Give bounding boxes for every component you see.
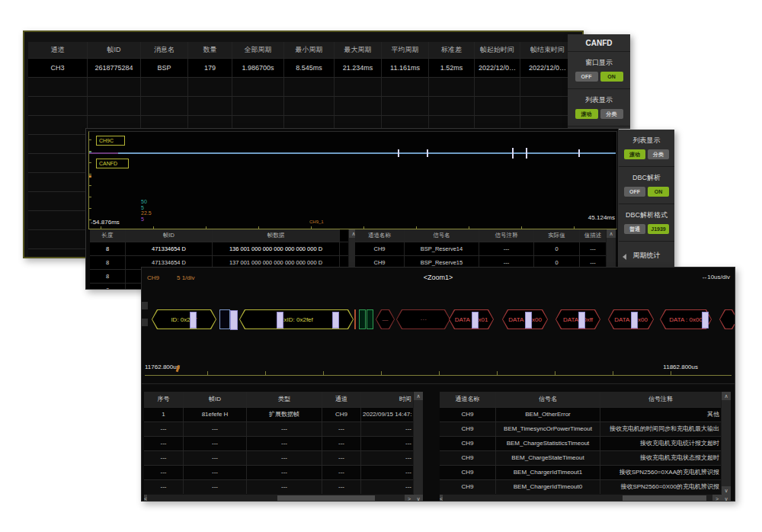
table-row[interactable]: 181efefe H扩展数据帧CH92022/09/15 14:47:	[144, 408, 423, 422]
segment-label: ⋯	[396, 309, 450, 329]
zoom-axis-tick	[323, 371, 324, 375]
table-row[interactable]: CH9BEM_ChargerIdTimeout0接收SPN2560=0X00的充…	[440, 480, 731, 495]
axis-tick	[89, 185, 91, 186]
table-cell: 471334654 D	[126, 242, 213, 255]
zoom-axis-tick	[439, 371, 440, 375]
table-cell: CH9	[440, 480, 496, 494]
zoom-axis-tick	[671, 371, 671, 375]
scroll-right-arrow[interactable]: >	[405, 495, 414, 502]
horizontal-scrollbar[interactable]: <>	[144, 494, 414, 502]
list-display-scroll-button[interactable]: 滚动	[575, 109, 598, 119]
dbc-format-j1939-button[interactable]: J1939	[648, 224, 669, 234]
table-cell: 2618775284	[88, 59, 141, 77]
table-row[interactable]: CH9BSP_Reserve14---0---	[355, 242, 616, 256]
waveform-canvas[interactable]: CH9C CANFD 50522.55 -54.876ms 45.124ms C…	[88, 131, 617, 229]
scroll-down-arrow[interactable]: ∨	[722, 486, 731, 495]
period-statistics-item[interactable]: 周期统计	[619, 242, 674, 270]
table-row[interactable]: ---------------	[144, 466, 423, 480]
axis-tick	[89, 220, 91, 220]
table-row[interactable]: 8471334654 D136 001 000 000 000 000 000 …	[90, 242, 349, 256]
dbc-parse-on-button[interactable]: ON	[648, 187, 669, 197]
scroll-right-arrow[interactable]: >	[712, 495, 722, 502]
time-end-label: 45.124ms	[588, 214, 615, 221]
zoom-axis-tick	[207, 371, 208, 375]
table-cell: 8	[90, 242, 126, 255]
table-row[interactable]	[28, 97, 580, 116]
table-cell	[28, 135, 88, 153]
table-cell: BEM_ChargeStateTimeout	[496, 451, 600, 465]
table-row[interactable]: CH9BEM_ChargeStateTimeout接收充电机充电状态报文超时	[440, 451, 731, 466]
left-tick-block	[142, 302, 148, 309]
data-segment: ⋯	[396, 309, 450, 329]
scroll-thumb[interactable]	[277, 495, 375, 502]
dbc-format-normal-button[interactable]: 普通	[624, 224, 645, 234]
scroll-up-arrow[interactable]: ∧	[607, 229, 616, 238]
table-cell: BEM_ChargerIdTimeout1	[496, 466, 600, 479]
table-cell: 接收充电机充电统计报文超时	[600, 437, 722, 450]
table-row[interactable]: CH9BEM_ChargerIdTimeout1接收SPN2560=0XAA的充…	[440, 466, 731, 480]
signal-pulse	[526, 148, 527, 159]
table-cell: ---	[144, 480, 184, 494]
table-cell	[28, 154, 88, 172]
table-cell: ---	[184, 451, 247, 465]
window-display-off-button[interactable]: OFF	[575, 72, 598, 82]
table-cell: 1.986700s	[232, 59, 284, 77]
table-row[interactable]: CH32618775284BSP1791.986700s8.545ms21.23…	[28, 59, 580, 78]
segment-label: ID: 0x207	[152, 309, 216, 329]
table-cell: ---	[184, 466, 247, 479]
table-cell: 2022/12/0…	[475, 59, 520, 77]
scroll-left-arrow[interactable]: <	[440, 495, 443, 502]
decoded-frame-segments[interactable]: ID: 0x207ExID: 0x2fef—⋯DATA : 0x01DATA :…	[142, 309, 735, 329]
dbc-parse-off-button[interactable]: OFF	[624, 187, 645, 197]
horizontal-scrollbar[interactable]: <>	[440, 494, 722, 502]
table-row[interactable]: ---------------	[144, 451, 423, 466]
scroll-thumb[interactable]	[623, 495, 706, 502]
scroll-up-arrow[interactable]: ∧	[414, 392, 423, 400]
zoom-signals-table[interactable]: 通道名称信号名信号注释CH9BEM_OtherError其他CH9BEM_Tim…	[440, 392, 731, 495]
table-cell: 信号名	[496, 392, 600, 407]
scroll-down-arrow[interactable]: ∨	[722, 495, 731, 502]
table-cell: 标准差	[429, 42, 475, 58]
table-row[interactable]: CH9BEM_ChargeStatisticsTimeout接收充电机充电统计报…	[440, 437, 731, 451]
table-cell: 信号名	[405, 229, 479, 242]
table-cell: BSP_Reserve14	[405, 242, 479, 255]
list-display-classify-button[interactable]: 分类	[648, 149, 669, 159]
vertical-scrollbar[interactable]: ∧∨	[721, 392, 731, 495]
vertical-scrollbar[interactable]: ∧	[413, 392, 423, 495]
table-cell: ---	[247, 451, 322, 465]
list-display-scroll-button[interactable]: 滚动	[624, 149, 645, 159]
scroll-left-arrow[interactable]: <	[144, 495, 147, 502]
scroll-down-arrow[interactable]: ∨	[414, 495, 423, 502]
table-cell: 帧数据	[213, 229, 340, 242]
cursor-bar	[472, 312, 479, 328]
table-cell: ---	[361, 480, 414, 494]
table-cell: 最小周期	[284, 42, 335, 58]
window-display-on-button[interactable]: ON	[600, 72, 623, 82]
signal-pulse	[398, 149, 399, 157]
table-cell: 其他	[600, 408, 722, 421]
table-row[interactable]: ---------------	[144, 422, 423, 437]
scale-value: 50	[141, 199, 152, 205]
table-cell	[28, 97, 88, 115]
scroll-up-arrow[interactable]: ∧	[722, 392, 731, 400]
table-row[interactable]: CH9BEM_OtherError其他	[440, 408, 731, 422]
zoom-frames-table[interactable]: 序号帧ID类型通道时间181efefe H扩展数据帧CH92022/09/15 …	[144, 392, 423, 495]
segment-label	[719, 309, 735, 329]
table-cell: 0	[534, 242, 580, 255]
table-row[interactable]	[28, 78, 580, 97]
dbc-format-label: DBC解析格式	[619, 210, 674, 220]
axis-tick	[89, 174, 91, 175]
table-row[interactable]: ---------------	[144, 437, 423, 451]
table-row[interactable]: ---------------	[144, 480, 423, 495]
table-cell: 值描述	[580, 229, 607, 242]
table-cell	[188, 78, 232, 96]
table-cell	[429, 97, 475, 115]
table-cell: ---	[322, 451, 361, 465]
table-cell: 接收充电机充电状态报文超时	[600, 451, 722, 465]
list-display-classify-button[interactable]: 分类	[600, 109, 623, 119]
table-row: 通道名称信号名信号注释实际值值描述	[355, 229, 616, 242]
table-row[interactable]: CH9BEM_TimesyncOrPowerTimeout接收充电机的时间同步和…	[440, 422, 731, 437]
table-cell: 帧ID	[88, 42, 141, 58]
signal-pulse	[578, 149, 580, 157]
dbc-panel-sections: 列表显示滚动分类DBC解析OFFONDBC解析格式普通J1939	[619, 130, 674, 242]
